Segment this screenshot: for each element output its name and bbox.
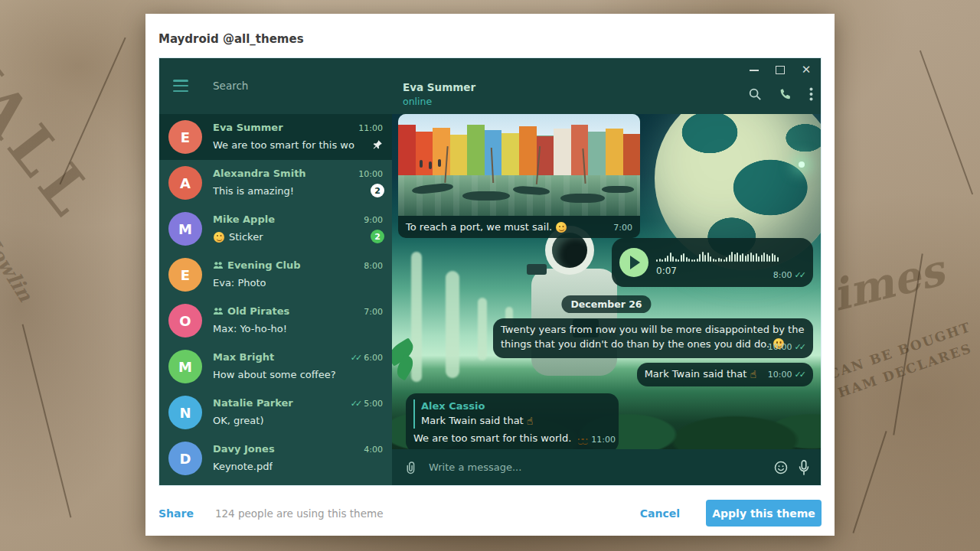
house-block [554,129,571,175]
waveform-bar [699,254,701,262]
waveform-bar [702,252,704,262]
microphone-icon[interactable] [798,460,810,475]
message-time: 11:00 [591,434,616,446]
waveform-bar [766,254,768,262]
waveform-bar [774,255,776,262]
message-time: 7:00 [613,223,632,233]
waveform-bar [756,253,757,262]
minimize-icon[interactable] [749,64,760,75]
photo-image [398,114,640,216]
chat-title: Eva Summer [403,81,475,93]
chat-list-item-evening-club[interactable]: E Evening Club 8:00 Eva: Photo [159,252,392,298]
waveform-bar [742,253,743,262]
waveform-bar [704,255,706,262]
house-block [519,126,537,175]
kebab-menu-icon[interactable] [809,87,813,101]
waveform-bar [731,252,733,262]
read-checks-icon: ✓✓ [795,369,804,381]
house-block [501,133,519,175]
photo-message[interactable]: To reach a port, we must sail. 7:00 [398,114,640,238]
waveform-bar [747,254,749,262]
unread-badge: 2 [371,230,384,243]
waveform-bar [665,258,666,262]
search-icon[interactable] [748,87,762,101]
waveform-bar [656,259,658,262]
chat-list-item-old-pirates[interactable]: O Old Pirates 7:00 Max: Yo-ho-ho! [159,298,392,344]
grin-emoji [214,232,224,243]
chat-list-item-eva-summer[interactable]: E Eva Summer 11:00 We are too smart for … [159,114,392,160]
telegram-preview-window: Search E Eva Summer 11:00 We are too sma… [158,57,822,486]
waveform-bar [694,259,695,262]
house-block [450,135,468,175]
crack-line [59,37,126,185]
menu-icon[interactable] [173,80,188,92]
waveform-bar [750,253,752,262]
close-icon[interactable]: ✕ [801,64,812,75]
chat-list-item-natalie-parker[interactable]: N Natalie Parker ✓✓5:00 OK, great) [159,390,392,435]
waveform-bar [745,256,746,262]
read-checks-icon: ✓✓ [795,341,804,354]
waveform-bar [726,257,727,262]
dialog-footer: Share 124 people are using this theme Ca… [145,491,835,536]
emoji-icon[interactable] [773,460,789,475]
chat-header: Eva Summer online ✕ [392,58,821,114]
usage-count: 124 people are using this theme [215,507,384,520]
waveform-bar [672,256,674,262]
texture-word: WALL [0,14,110,233]
waveform-bar [691,259,693,262]
chat-list-item-alexandra-smith[interactable]: A Alexandra Smith 10:00 This is amazing!… [159,160,392,206]
house-block [467,125,485,175]
waveform-bar [686,257,688,262]
point-up-emoji: ☝ [527,415,534,427]
theme-preview-dialog: Maydroid @all_themes Search E Eva Summer… [145,14,835,536]
chat-header-actions [748,87,813,101]
cancel-button[interactable]: Cancel [640,507,680,520]
voice-waveform [656,248,802,262]
waveform-bar [772,253,773,262]
waveform-bar [675,259,677,262]
quote-author: Alex Cassio [421,399,611,414]
apply-theme-button[interactable]: Apply this theme [706,500,822,527]
house-block [398,125,416,175]
chat-pane: Eva Summer online ✕ [392,58,821,485]
avatar: E [168,120,202,154]
texture-word: Howlin [0,227,38,305]
chat-list-item-davy-jones[interactable]: D Davy Jones 4:00 Keynote.pdf [159,435,392,481]
chat-list-item-max-bright[interactable]: M Max Bright ✓✓6:00 How about some coffe… [159,344,392,390]
message-history: To reach a port, we must sail. 7:00 0:07… [392,114,821,449]
avatar: M [168,212,202,246]
waveform-bar [763,253,765,262]
quoted-message[interactable]: Alex Cassio Mark Twain said that ☝ [413,399,611,429]
chat-list-item-mike-apple[interactable]: M Mike Apple 9:00 Sticker 2 [159,206,392,252]
house-block [606,129,623,175]
message-time: 10:00 [768,369,792,381]
avatar: D [168,442,202,475]
read-checks-icon: ✓✓ [351,353,360,363]
attach-icon[interactable] [403,460,418,475]
pin-icon [371,139,383,151]
waveform-bar [670,253,671,262]
search-input[interactable]: Search [213,80,248,92]
read-checks-icon: ✓✓ [795,269,804,282]
voice-message: 0:07 8:00 ✓✓ [612,238,813,287]
avatar: N [168,396,202,429]
waveform-bar [681,255,682,262]
phone-icon[interactable] [779,87,792,101]
waveform-bar [724,259,725,262]
window-controls: ✕ [749,64,812,75]
play-button[interactable] [619,248,648,277]
house-block [571,125,589,175]
group-icon [213,307,224,315]
chat-list: E Eva Summer 11:00 We are too smart for … [159,114,392,481]
waveform-bar [769,256,770,262]
waveform-bar [715,259,717,262]
cowboy-emoji [556,222,567,233]
photo-caption: To reach a port, we must sail. 7:00 [398,216,640,238]
chat-list-sidebar: Search E Eva Summer 11:00 We are too sma… [159,58,392,485]
message-input[interactable] [427,461,764,474]
maximize-icon[interactable] [775,64,786,75]
crack-line [852,431,887,533]
share-link[interactable]: Share [158,507,194,520]
waveform-bar [662,259,663,262]
waveform-bar [678,259,679,262]
